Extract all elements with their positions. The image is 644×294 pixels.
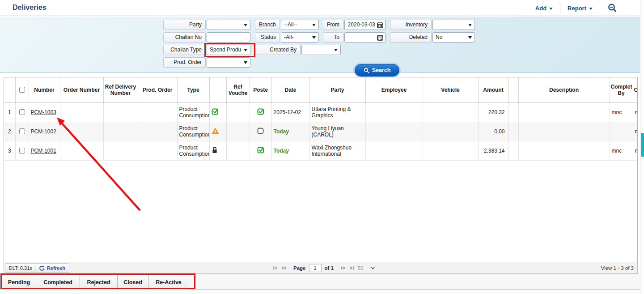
column-header-order-number: Order Number bbox=[60, 77, 103, 102]
page-of-label: of 1 bbox=[325, 265, 334, 271]
tab-closed[interactable]: Closed bbox=[118, 274, 148, 290]
tab-completed[interactable]: Completed bbox=[36, 274, 80, 290]
from-label: From bbox=[323, 20, 343, 30]
from-date-input[interactable]: 2020-03-03 bbox=[344, 20, 386, 30]
refresh-button[interactable]: Refresh bbox=[35, 263, 69, 273]
column-header-description: Description bbox=[518, 77, 610, 102]
type-cell: Product Consumption bbox=[177, 102, 209, 122]
row-checkbox[interactable] bbox=[19, 109, 25, 115]
add-button[interactable]: Add bbox=[531, 3, 557, 13]
ref-voucher-cell bbox=[226, 102, 250, 122]
posted-check-icon bbox=[212, 108, 219, 115]
status-select[interactable]: -All- bbox=[281, 32, 319, 43]
deleted-select[interactable]: No bbox=[432, 32, 475, 43]
inventory-select[interactable] bbox=[432, 20, 475, 30]
completed-by-cell bbox=[610, 122, 633, 141]
spacer-cell bbox=[508, 102, 518, 122]
calendar-icon[interactable] bbox=[377, 34, 383, 41]
party-select[interactable] bbox=[207, 20, 250, 30]
select-all-checkbox[interactable] bbox=[19, 87, 25, 93]
posted-cell bbox=[250, 122, 271, 141]
column-header-vehicle: Vehicle bbox=[423, 77, 478, 102]
date-value: Today bbox=[274, 128, 289, 135]
row-checkbox[interactable] bbox=[19, 128, 25, 134]
first-page-icon[interactable] bbox=[272, 266, 278, 270]
order-number-cell bbox=[60, 141, 103, 160]
completed-by-cell: mnc bbox=[610, 141, 633, 160]
vehicle-cell bbox=[423, 102, 478, 122]
to-date-input[interactable] bbox=[344, 32, 386, 43]
challan-no-label: Challan No bbox=[163, 32, 206, 43]
column-header-number: Number bbox=[29, 77, 60, 102]
calendar-icon[interactable] bbox=[377, 22, 383, 28]
column-header-row-checkbox-cell bbox=[15, 77, 29, 102]
prod-order-select[interactable] bbox=[207, 57, 250, 68]
date-value: 2025-12-02 bbox=[274, 109, 301, 115]
type-status-icon-cell bbox=[209, 141, 226, 160]
page-number-input[interactable] bbox=[309, 264, 322, 272]
prod-order-cell bbox=[138, 122, 177, 141]
row-checkbox-cell bbox=[15, 122, 29, 141]
inventory-label: Inventory bbox=[390, 20, 432, 30]
report-button[interactable]: Report bbox=[563, 3, 597, 13]
number-cell: PCM-1001 bbox=[29, 141, 60, 160]
employee-cell bbox=[365, 102, 423, 122]
description-cell bbox=[518, 141, 610, 160]
branch-select[interactable]: --All-- bbox=[281, 20, 319, 30]
column-header-poste: Poste bbox=[250, 77, 271, 102]
row-index: 2 bbox=[4, 122, 15, 141]
search-icon bbox=[364, 68, 369, 73]
challan-no-input[interactable] bbox=[207, 32, 250, 43]
topbar-actions: Add Report bbox=[531, 0, 622, 16]
row-index: 1 bbox=[4, 102, 15, 122]
vertical-scrollbar-thumb[interactable] bbox=[641, 133, 644, 157]
ref-delivery-number-cell bbox=[103, 122, 138, 141]
posted-cell bbox=[250, 141, 271, 160]
table-row: 3PCM-1001Product ConsumptionTodayWaxi Zh… bbox=[4, 141, 638, 160]
created-by-cell: m bbox=[633, 141, 638, 160]
dropdown-arrow-icon bbox=[244, 61, 247, 64]
delivery-number-link[interactable]: PCM-1003 bbox=[31, 109, 56, 115]
delivery-number-link[interactable]: PCM-1002 bbox=[31, 128, 56, 135]
dropdown-arrow-icon bbox=[244, 24, 247, 26]
type-status-icon-cell bbox=[209, 102, 226, 122]
tab-pending[interactable]: Pending bbox=[2, 274, 36, 290]
hide-search-button[interactable] bbox=[603, 1, 622, 15]
posted-check-icon bbox=[257, 146, 264, 153]
delivery-number-link[interactable]: PCM-1001 bbox=[31, 148, 56, 154]
page-label: Page bbox=[293, 265, 306, 271]
next-page-icon[interactable] bbox=[340, 266, 346, 270]
challan-type-select[interactable]: Spend Produ bbox=[207, 45, 250, 55]
dropdown-arrow-icon bbox=[244, 49, 247, 51]
column-header-ref-delivery-number: Ref Delivery Number bbox=[103, 77, 138, 102]
spacer-cell bbox=[508, 122, 518, 141]
column-header-employee: Employee bbox=[365, 77, 423, 102]
number-cell: PCM-1003 bbox=[29, 102, 60, 122]
challan-type-label: Challan Type bbox=[163, 45, 206, 55]
tab-re-active[interactable]: Re-Active bbox=[148, 274, 189, 290]
tab-rejected[interactable]: Rejected bbox=[80, 274, 118, 290]
table-row: 2PCM-1002Product ConsumptionTodayYoung L… bbox=[4, 122, 638, 141]
zoom-out-icon bbox=[607, 3, 617, 13]
lock-icon bbox=[212, 146, 218, 153]
vertical-scrollbar-track[interactable] bbox=[640, 0, 644, 294]
refresh-icon bbox=[39, 265, 45, 271]
dropdown-arrow-icon bbox=[312, 24, 316, 26]
dropdown-arrow-icon bbox=[468, 36, 472, 39]
last-page-icon[interactable] bbox=[349, 266, 355, 270]
prev-page-icon[interactable] bbox=[281, 266, 287, 270]
deleted-label: Deleted bbox=[390, 32, 432, 43]
chevron-down-icon[interactable] bbox=[370, 266, 375, 270]
row-checkbox-cell bbox=[15, 102, 29, 122]
report-button-label: Report bbox=[568, 5, 586, 12]
party-label: Party bbox=[163, 20, 206, 30]
created-by-cell: m bbox=[633, 102, 638, 122]
date-value: Today bbox=[274, 148, 289, 154]
page-size-select[interactable]: 50 bbox=[358, 265, 364, 271]
row-checkbox[interactable] bbox=[19, 148, 25, 153]
table-row: 1PCM-1003Product Consumption2025-12-02Ut… bbox=[4, 102, 638, 122]
deliveries-table: NumberOrder NumberRef Delivery NumberPro… bbox=[4, 77, 638, 262]
created-by-select[interactable] bbox=[301, 45, 341, 55]
search-button[interactable]: Search bbox=[355, 64, 399, 77]
type-status-icon-cell bbox=[209, 122, 226, 141]
